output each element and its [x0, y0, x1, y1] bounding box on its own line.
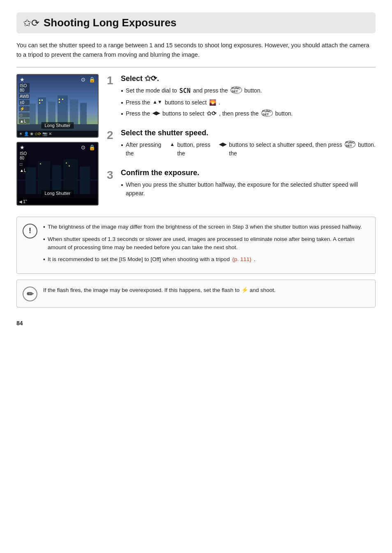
step-1-bullet-2: Press the ▲▼ buttons to select 🌄. [121, 98, 376, 107]
svg-rect-8 [39, 102, 40, 104]
svg-rect-21 [66, 162, 67, 164]
step-2: 2 Select the shutter speed. After pressi… [107, 129, 376, 160]
step-3-bullet-1: When you press the shutter button halfwa… [121, 180, 376, 198]
cam2-lock-icon: 🔒 [89, 144, 95, 150]
svg-rect-11 [59, 102, 60, 103]
svg-rect-19 [80, 167, 90, 196]
svg-rect-2 [48, 102, 55, 124]
page-link: (p. 111) [232, 255, 251, 264]
warning-note-list: The brightness of the image may differ f… [43, 223, 369, 264]
cam1-mode-icons: ☀ 👤 ❀ ✩⟳ 📷 ✕ [19, 132, 52, 136]
cam1-settings-icon: ⊙ [81, 76, 85, 83]
warning-note-content: The brightness of the image may differ f… [43, 223, 369, 268]
cam1-exp: ±0 [19, 100, 30, 105]
svg-rect-6 [39, 99, 40, 101]
cam1-label: Long Shutter [42, 122, 74, 129]
step-1-content: Select ✩⟳. Set the mode dial to SCN and … [121, 74, 376, 120]
info-note-text: If the flash fires, the image may be ove… [43, 286, 369, 295]
warning-note-item-3: It is recommended to set the [IS Mode] t… [43, 255, 369, 264]
cam2-mode: □ [19, 162, 28, 167]
cam2-left-sidebar: ISO80 □ ▲L [19, 151, 28, 173]
svg-rect-4 [70, 99, 78, 124]
cam1-iso: ISO80 [19, 83, 30, 93]
cam1-icon-star: ✩⟳ [35, 132, 41, 136]
step-1-number: 1 [107, 75, 116, 120]
svg-rect-1 [38, 97, 46, 124]
svg-rect-9 [59, 99, 60, 100]
cam1-star-icon: ★ [20, 76, 25, 83]
camera-screen-1: ★ ⊙ 🔒 ISO80 AWB ±0 ⚡ □ ▲L Long Shutter ☀… [16, 74, 99, 138]
cam1-flash: ⚡ [19, 106, 30, 111]
cam2-speed-value: 1" [23, 199, 27, 204]
warning-icon: ! [23, 224, 37, 238]
section-divider [16, 67, 376, 67]
cam2-shutter-speed: ◀ 1" [19, 199, 27, 204]
svg-rect-10 [62, 99, 63, 100]
step-2-title: Select the shutter speed. [121, 129, 376, 137]
cam2-label: Long Shutter [42, 190, 74, 197]
camera-screen-2: ★ ⊙ 🔒 ISO80 □ ▲L Long Shutter ◀ 1" [16, 142, 99, 206]
cam2-quality: ▲L [19, 168, 28, 173]
cam1-quality: ▲L [19, 118, 30, 124]
camera-screens: ★ ⊙ 🔒 ISO80 AWB ±0 ⚡ □ ▲L Long Shutter ☀… [16, 74, 99, 208]
svg-rect-0 [30, 104, 36, 124]
cam1-icon-cam: 📷 [42, 132, 47, 136]
step-3-bullets: When you press the shutter button halfwa… [121, 180, 376, 198]
warning-note-item-2: When shutter speeds of 1.3 seconds or sl… [43, 235, 369, 252]
step-3: 3 Confirm the exposure. When you press t… [107, 169, 376, 200]
cam1-icon-flower: ❀ [30, 132, 33, 136]
cam2-settings-icon: ⊙ [81, 144, 85, 150]
svg-rect-7 [42, 99, 43, 101]
cam1-left-sidebar: ISO80 AWB ±0 ⚡ □ ▲L [19, 83, 30, 124]
step-2-bullets: After pressing the ▲ button, press the ◀… [121, 141, 376, 158]
svg-rect-22 [69, 165, 70, 167]
info-note-box: ✏ If the flash fires, the image may be o… [16, 280, 376, 308]
cam1-awb: AWB [19, 94, 30, 99]
cam2-bottom-bar: ◀ 1" [17, 198, 98, 205]
cam1-icon-sun: ☀ [19, 132, 23, 136]
step-1: 1 Select ✩⟳. Set the mode dial to SCN an… [107, 74, 376, 120]
cam2-arrow-left: ◀ [19, 199, 22, 204]
cam1-mode: □ [19, 112, 30, 118]
step-2-number: 2 [107, 130, 116, 160]
cam1-icon-x: ✕ [48, 132, 52, 136]
step-1-bullets: Set the mode dial to SCN and press the F… [121, 86, 376, 118]
cam2-star-icon: ★ [20, 144, 25, 150]
step-1-title: Select ✩⟳. [121, 74, 376, 83]
step-1-bullet-3: Press the ◀▶ buttons to select ✩⟳, then … [121, 109, 376, 118]
warning-note-item-1: The brightness of the image may differ f… [43, 223, 369, 232]
step-2-content: Select the shutter speed. After pressing… [121, 129, 376, 160]
cam2-iso: ISO80 [19, 151, 28, 161]
step-2-bullet-1: After pressing the ▲ button, press the ◀… [121, 141, 376, 158]
func-btn-3: FUNCSET [345, 141, 355, 148]
intro-text: You can set the shutter speed to a range… [16, 41, 376, 60]
svg-rect-5 [80, 103, 87, 124]
func-btn-2: FUNCSET [261, 109, 273, 117]
main-content: ★ ⊙ 🔒 ISO80 AWB ±0 ⚡ □ ▲L Long Shutter ☀… [16, 74, 376, 208]
cam2-top-bar: ★ ⊙ 🔒 [17, 143, 98, 152]
step-3-number: 3 [107, 169, 116, 200]
info-note-content: If the flash fires, the image may be ove… [43, 286, 369, 295]
cam1-icon-person: 👤 [24, 132, 29, 136]
pencil-icon: ✏ [23, 287, 37, 301]
func-btn-1: FUNCSET [231, 86, 242, 94]
svg-rect-20 [40, 163, 41, 164]
cam1-top-bar: ★ ⊙ 🔒 [17, 75, 98, 84]
step-3-content: Confirm the exposure. When you press the… [121, 169, 376, 200]
warning-note-box: ! The brightness of the image may differ… [16, 217, 376, 274]
step-1-bullet-1: Set the mode dial to SCN and press the F… [121, 86, 376, 96]
cam1-lock-icon: 🔒 [89, 76, 95, 83]
long-exposure-icon: ✩⟳ [23, 17, 39, 29]
step-3-title: Confirm the exposure. [121, 169, 376, 177]
instructions-panel: 1 Select ✩⟳. Set the mode dial to SCN an… [107, 74, 376, 208]
page-title-box: ✩⟳ Shooting Long Exposures [16, 12, 376, 33]
cam1-bottom-bar: ☀ 👤 ❀ ✩⟳ 📷 ✕ [17, 131, 98, 137]
page-number: 84 [16, 320, 376, 326]
page-title: Shooting Long Exposures [44, 16, 177, 29]
